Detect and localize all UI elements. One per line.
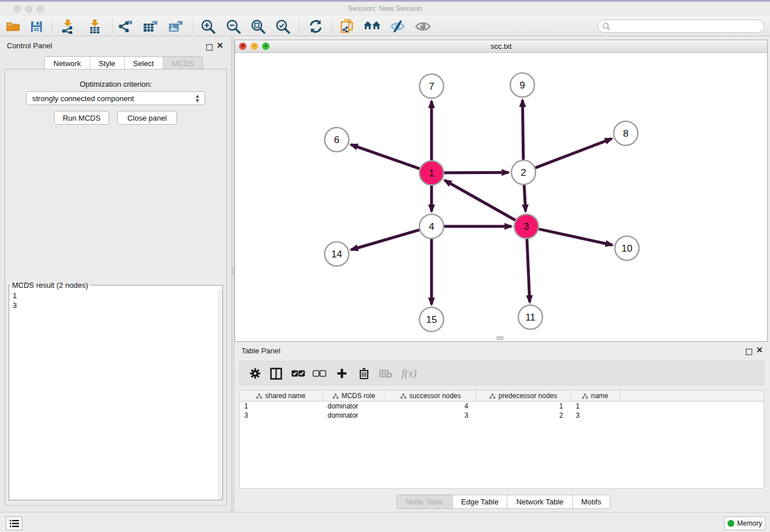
column-header-MCDS-role[interactable]: MCDS role <box>323 391 386 401</box>
column-header-predecessor-nodes[interactable]: predecessor nodes <box>476 391 571 401</box>
control-panel-close-button[interactable]: ✕ <box>217 43 224 49</box>
gear-icon <box>249 368 261 379</box>
float-icon <box>746 349 752 355</box>
network-edge-2-9[interactable] <box>522 100 523 160</box>
network-node-10[interactable]: 10 <box>615 236 639 260</box>
export-image-button[interactable] <box>165 18 185 35</box>
show-panels-button[interactable] <box>413 18 433 35</box>
control-panel-title: Control Panel <box>7 41 52 50</box>
network-edge-3-11[interactable] <box>527 239 530 302</box>
status-menu-button[interactable] <box>6 516 22 530</box>
deselect-all-rows-button[interactable] <box>310 365 329 382</box>
network-node-2[interactable]: 2 <box>511 160 536 184</box>
zoom-in-button[interactable] <box>198 18 218 35</box>
tab-style[interactable]: Style <box>90 57 124 70</box>
network-edge-2-8[interactable] <box>536 138 612 168</box>
show-columns-button[interactable] <box>267 365 285 382</box>
zoom-selected-button[interactable] <box>273 18 292 35</box>
network-window-grip[interactable] <box>496 336 503 340</box>
home-view-button[interactable] <box>363 18 382 35</box>
table-cell[interactable]: dominator <box>323 402 386 411</box>
table-cell[interactable]: 1 <box>476 402 571 411</box>
network-node-1[interactable]: 1 <box>419 161 444 185</box>
table-row[interactable]: 3dominator323 <box>240 411 764 420</box>
table-panel-float-button[interactable] <box>746 347 752 357</box>
tab-node-table[interactable]: Node Table <box>397 495 452 508</box>
table-body: 1dominator4113dominator323 <box>240 402 764 420</box>
table-cell[interactable]: 2 <box>476 411 571 420</box>
tab-network-table[interactable]: Network Table <box>507 495 572 508</box>
select-all-rows-button[interactable] <box>289 365 307 382</box>
network-node-9[interactable]: 9 <box>510 73 534 97</box>
network-edge-2-3[interactable] <box>524 185 525 211</box>
delete-table-button[interactable] <box>376 365 395 382</box>
svg-text:8: 8 <box>623 128 628 139</box>
hide-panels-button[interactable] <box>388 18 407 35</box>
search-box[interactable] <box>598 20 764 33</box>
network-edge-1-2[interactable] <box>444 172 509 173</box>
zoom-fit-button[interactable] <box>248 18 268 35</box>
svg-text:3: 3 <box>523 221 529 232</box>
tab-select[interactable]: Select <box>124 57 163 70</box>
tab-motifs[interactable]: Motifs <box>572 495 610 508</box>
table-cell[interactable]: 1 <box>571 402 620 411</box>
column-header-label: MCDS role <box>341 392 375 400</box>
network-node-15[interactable]: 15 <box>419 307 444 331</box>
float-icon <box>206 44 213 51</box>
memory-button[interactable]: Memory <box>724 516 765 530</box>
network-edge-3-10[interactable] <box>538 229 612 245</box>
table-panel-close-button[interactable]: ✕ <box>756 347 763 353</box>
control-panel-float-button[interactable] <box>206 43 213 53</box>
table-cell[interactable]: dominator <box>323 411 386 420</box>
duplicate-network-button[interactable] <box>337 18 357 35</box>
criterion-select[interactable]: strongly connected component ▲▼ <box>26 91 205 105</box>
table-cell[interactable]: 3 <box>571 411 620 420</box>
table-row[interactable]: 1dominator411 <box>240 402 764 411</box>
column-header-shared-name[interactable]: shared name <box>240 391 323 401</box>
open-session-button[interactable] <box>3 18 23 35</box>
zoom-out-button[interactable] <box>224 18 243 35</box>
tab-edge-table[interactable]: Edge Table <box>452 495 507 508</box>
network-node-14[interactable]: 14 <box>325 242 349 266</box>
run-mcds-button[interactable]: Run MCDS <box>54 111 109 125</box>
network-edge-3-1[interactable] <box>445 180 515 220</box>
column-header-label: predecessor nodes <box>498 392 557 400</box>
table-cell[interactable]: 1 <box>240 402 323 411</box>
column-header-successor-nodes[interactable]: successor nodes <box>386 391 476 401</box>
table-cell[interactable]: 3 <box>240 411 323 420</box>
export-table-button[interactable] <box>140 18 160 35</box>
table-cell[interactable]: 3 <box>386 411 476 420</box>
window-title: Session: New Session <box>0 4 770 13</box>
result-scrollbar[interactable] <box>218 290 222 500</box>
import-table-button[interactable] <box>85 18 105 35</box>
function-builder-button[interactable]: f(x) <box>396 365 422 382</box>
column-header-label: successor nodes <box>409 392 461 400</box>
search-input[interactable] <box>610 22 754 30</box>
duplicate-network-icon <box>340 19 354 34</box>
delete-column-button[interactable] <box>355 365 373 382</box>
sort-hierarchy-icon <box>256 394 262 399</box>
tab-network[interactable]: Network <box>45 57 90 70</box>
column-header-name[interactable]: name <box>571 391 620 401</box>
unchecked-boxes-icon <box>313 370 326 377</box>
network-canvas[interactable]: 1234678910111415 <box>235 53 767 341</box>
tab-mcds[interactable]: MCDS <box>163 57 202 70</box>
network-node-6[interactable]: 6 <box>325 128 349 152</box>
network-node-7[interactable]: 7 <box>419 74 444 98</box>
network-node-3[interactable]: 3 <box>514 214 538 238</box>
save-session-button[interactable] <box>26 18 46 35</box>
network-node-8[interactable]: 8 <box>614 121 638 145</box>
refresh-layout-button[interactable] <box>306 18 325 35</box>
table-cell[interactable]: 4 <box>386 402 476 411</box>
network-edge-1-6[interactable] <box>351 145 420 169</box>
table-options-button[interactable] <box>246 365 264 382</box>
add-column-button[interactable] <box>333 365 351 382</box>
import-network-button[interactable] <box>58 18 78 35</box>
network-node-4[interactable]: 4 <box>419 214 444 238</box>
application-window: Session: New Session <box>0 0 770 532</box>
close-panel-button[interactable]: Close panel <box>117 111 177 125</box>
network-window-titlebar[interactable]: ✕ − + scc.txt <box>235 40 767 53</box>
network-node-11[interactable]: 11 <box>518 305 542 329</box>
export-network-button[interactable] <box>116 18 135 35</box>
network-edge-4-14[interactable] <box>351 230 419 250</box>
